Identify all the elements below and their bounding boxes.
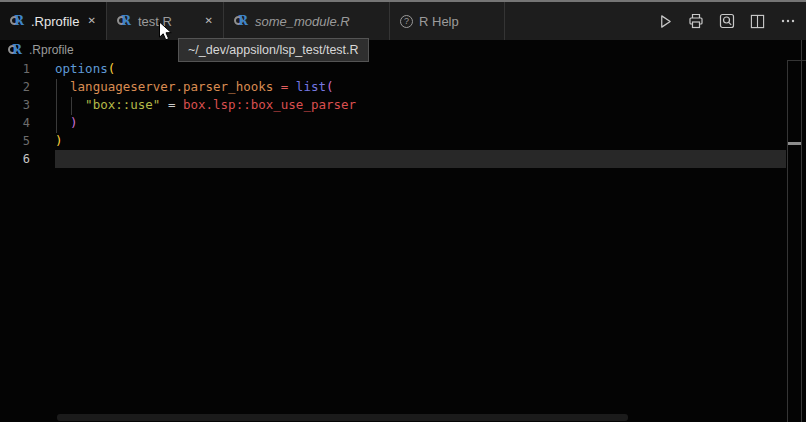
line-number: 4 — [0, 114, 30, 132]
line-number: 5 — [0, 132, 30, 150]
code-text: languageserver.parser_hooks = list( — [55, 78, 786, 96]
overview-ruler-border — [787, 60, 806, 61]
code-text: "box::use" = box.lsp::box_use_parser — [55, 96, 786, 114]
code-text: ) — [55, 114, 786, 132]
editor-actions-toolbar — [658, 2, 796, 40]
code-line[interactable]: 6 — [0, 150, 786, 168]
code-line[interactable]: 1options( — [0, 60, 786, 78]
indent-guide — [71, 97, 72, 115]
open-preview-icon[interactable] — [719, 13, 735, 29]
code-line[interactable]: 5) — [0, 132, 786, 150]
code-editor[interactable]: 1options(2 languageserver.parser_hooks =… — [0, 60, 786, 422]
tab-path-tooltip: ~/_dev/appsilon/lsp_test/test.R — [178, 38, 369, 62]
close-icon[interactable]: ✕ — [86, 14, 98, 28]
line-number: 1 — [0, 60, 30, 78]
code-text — [55, 150, 786, 168]
code-line[interactable]: 3 "box::use" = box.lsp::box_use_parser — [0, 96, 786, 114]
more-actions-icon[interactable] — [780, 13, 796, 29]
split-editor-icon[interactable] — [750, 14, 765, 29]
horizontal-scrollbar[interactable] — [57, 414, 628, 421]
tab-r-help[interactable]: ? R Help — [390, 2, 505, 40]
overview-ruler-border — [787, 60, 788, 422]
r-file-icon: R — [117, 14, 132, 28]
line-number: 6 — [0, 150, 30, 168]
tab-rprofile[interactable]: R .Rprofile ✕ — [0, 2, 107, 40]
indent-guide — [56, 79, 57, 133]
tab-test-r[interactable]: R test.R ✕ — [107, 2, 224, 40]
editor-window: R .Rprofile ✕ R test.R ✕ R some_module.R… — [0, 0, 806, 422]
r-file-icon: R — [8, 43, 23, 57]
run-icon[interactable] — [658, 14, 673, 29]
tab-label: R Help — [419, 14, 459, 29]
r-file-icon: R — [234, 14, 249, 28]
code-line[interactable]: 4 ) — [0, 114, 786, 132]
code-line[interactable]: 2 languageserver.parser_hooks = list( — [0, 78, 786, 96]
tab-label: some_module.R — [255, 14, 350, 29]
tab-label: .Rprofile — [31, 14, 79, 29]
print-icon[interactable] — [688, 13, 704, 29]
line-number: 3 — [0, 96, 30, 114]
question-circle-icon: ? — [400, 15, 413, 28]
overview-ruler-cursor-marker — [788, 142, 801, 145]
pane-right-border — [801, 40, 802, 422]
code-text: ) — [55, 132, 786, 150]
breadcrumb-file-label: .Rprofile — [29, 43, 74, 57]
line-number: 2 — [0, 78, 30, 96]
code-text: options( — [55, 60, 786, 78]
r-file-icon: R — [10, 14, 25, 28]
close-icon[interactable]: ✕ — [203, 14, 215, 28]
breadcrumb[interactable]: R .Rprofile — [8, 40, 74, 60]
tab-label: test.R — [138, 14, 172, 29]
tab-some-module-r[interactable]: R some_module.R — [224, 2, 390, 40]
tooltip-text: ~/_dev/appsilon/lsp_test/test.R — [188, 43, 359, 57]
